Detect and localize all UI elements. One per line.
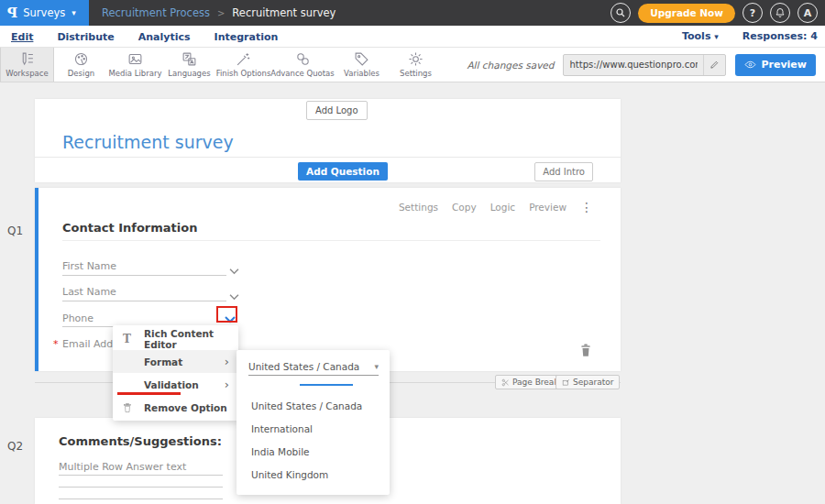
media-library-icon bbox=[127, 51, 143, 67]
bell-icon bbox=[775, 7, 786, 18]
tab-edit[interactable]: Edit bbox=[9, 27, 35, 46]
avatar[interactable]: A bbox=[798, 3, 818, 23]
survey-title[interactable]: Recruitment survey bbox=[62, 132, 234, 152]
variables-icon bbox=[354, 51, 369, 67]
add-question-button[interactable]: Add Question bbox=[298, 162, 388, 181]
separator-button[interactable]: Separator bbox=[556, 375, 620, 389]
field-phone[interactable]: Phone bbox=[62, 312, 94, 324]
question-number-q1: Q1 bbox=[7, 225, 23, 237]
surveys-menu[interactable]: P Surveys ▾ bbox=[0, 0, 89, 26]
required-marker: * bbox=[53, 338, 59, 350]
more-options-icon[interactable]: ⋮ bbox=[580, 200, 593, 214]
add-logo-button[interactable]: Add Logo bbox=[306, 101, 368, 120]
menu-item-rich-content-editor[interactable]: T Rich Content Editor bbox=[113, 327, 238, 350]
menu-item-validation[interactable]: Validation › bbox=[113, 373, 238, 396]
product-name: Surveys bbox=[23, 6, 65, 19]
survey-url-input[interactable] bbox=[564, 60, 703, 70]
caret-down-icon: ▾ bbox=[72, 8, 76, 17]
toolbar-item-settings[interactable]: Settings bbox=[389, 48, 443, 82]
breadcrumb-folder[interactable]: Recruitment Process bbox=[102, 6, 210, 19]
question-logic-link[interactable]: Logic bbox=[490, 202, 515, 213]
workspace-icon bbox=[19, 51, 35, 67]
tab-analytics[interactable]: Analytics bbox=[137, 27, 192, 46]
question-actions: Settings Copy Logic Preview ⋮ bbox=[399, 200, 593, 214]
field-first-name[interactable]: First Name bbox=[62, 260, 116, 272]
question-settings-link[interactable]: Settings bbox=[399, 202, 438, 213]
heading-divider bbox=[62, 240, 600, 241]
nav-tabs: Edit Distribute Analytics Integration bbox=[0, 27, 280, 46]
editor-toolbar: Workspace Design Media Library Languages… bbox=[0, 48, 825, 82]
format-option-united-kingdom[interactable]: United Kingdom bbox=[251, 469, 328, 480]
tab-distribute[interactable]: Distribute bbox=[55, 27, 116, 46]
breadcrumb-separator: > bbox=[217, 8, 225, 18]
menu-item-format[interactable]: Format › bbox=[113, 350, 238, 373]
annotation-phone-dropdown-box bbox=[216, 306, 237, 323]
search-button[interactable] bbox=[610, 3, 631, 23]
caret-down-icon: ▾ bbox=[714, 32, 719, 41]
text-format-icon: T bbox=[123, 333, 131, 345]
format-submenu: United States / Canada ▾ United States /… bbox=[236, 350, 390, 495]
finish-options-icon bbox=[236, 51, 251, 67]
toolbar-item-finish-options[interactable]: Finish Options bbox=[216, 48, 270, 82]
trash-icon bbox=[579, 343, 592, 357]
responses-link[interactable]: Responses: 4 bbox=[742, 30, 818, 42]
chevron-down-icon bbox=[228, 293, 240, 301]
toolbar-item-media-library[interactable]: Media Library bbox=[108, 48, 162, 82]
toolbar-item-workspace[interactable]: Workspace bbox=[0, 48, 54, 82]
chevron-right-icon: › bbox=[225, 355, 229, 368]
answer-line bbox=[59, 487, 223, 488]
format-active-indicator bbox=[300, 384, 353, 386]
separator-icon bbox=[562, 378, 570, 387]
trash-icon bbox=[123, 402, 132, 413]
breadcrumb: Recruitment Process > Recruitment survey bbox=[102, 6, 336, 19]
toolbar-item-advance-quotas[interactable]: Advance Quotas bbox=[270, 48, 335, 82]
survey-header-card: Add Logo Recruitment survey Add Question… bbox=[35, 99, 621, 182]
upgrade-now-button[interactable]: Upgrade Now bbox=[638, 4, 735, 23]
menu-item-remove-option[interactable]: Remove Option bbox=[113, 396, 238, 419]
preview-button[interactable]: Preview bbox=[735, 54, 816, 76]
field-underline bbox=[62, 275, 226, 276]
toolbar-right: All changes saved Preview bbox=[467, 48, 825, 82]
toolbar-item-variables[interactable]: Variables bbox=[335, 48, 389, 82]
toolbar-item-languages[interactable]: Languages bbox=[162, 48, 216, 82]
question-copy-link[interactable]: Copy bbox=[452, 202, 477, 213]
field-last-name[interactable]: Last Name bbox=[62, 286, 116, 298]
nav-right: Tools ▾ Responses: 4 bbox=[682, 30, 825, 42]
breadcrumb-survey-name: Recruitment survey bbox=[232, 6, 336, 19]
chevron-down-icon bbox=[228, 268, 240, 275]
multirow-answer-placeholder[interactable]: Multiple Row Answer text bbox=[59, 461, 186, 473]
settings-icon bbox=[408, 51, 424, 67]
question-heading[interactable]: Contact Information bbox=[62, 221, 197, 235]
format-option-india-mobile[interactable]: India Mobile bbox=[251, 446, 310, 457]
edit-url-button[interactable] bbox=[703, 54, 725, 76]
tab-integration[interactable]: Integration bbox=[213, 27, 280, 46]
delete-question-button[interactable] bbox=[579, 343, 592, 361]
survey-button-strip: Add Question Add Intro bbox=[35, 157, 621, 182]
topbar-actions: Upgrade Now ? A bbox=[610, 3, 825, 23]
answer-line bbox=[59, 499, 223, 499]
format-select[interactable]: United States / Canada ▾ bbox=[248, 357, 379, 376]
answer-line bbox=[59, 475, 223, 476]
design-icon bbox=[73, 51, 89, 67]
eye-icon bbox=[744, 59, 756, 71]
nav-bar: Edit Distribute Analytics Integration To… bbox=[0, 26, 825, 48]
add-intro-button[interactable]: Add Intro bbox=[534, 162, 593, 181]
notifications-button[interactable] bbox=[770, 3, 790, 23]
chevron-right-icon: › bbox=[225, 378, 229, 391]
advance-quotas-icon bbox=[295, 51, 311, 67]
tools-menu[interactable]: Tools ▾ bbox=[682, 30, 719, 42]
format-option-international[interactable]: International bbox=[251, 423, 313, 434]
languages-icon bbox=[182, 51, 197, 67]
caret-down-icon: ▾ bbox=[374, 362, 379, 371]
question-number-q2: Q2 bbox=[7, 440, 23, 453]
help-button[interactable]: ? bbox=[742, 3, 763, 23]
field-underline bbox=[62, 301, 226, 301]
search-icon bbox=[615, 7, 626, 18]
question-heading[interactable]: Comments/Suggestions: bbox=[59, 434, 222, 448]
field-dropdown-first-name[interactable] bbox=[228, 261, 240, 279]
format-option-us-canada[interactable]: United States / Canada bbox=[251, 400, 362, 411]
questionpro-logo-icon: P bbox=[7, 5, 17, 21]
toolbar-item-design[interactable]: Design bbox=[54, 48, 108, 82]
field-dropdown-last-name[interactable] bbox=[228, 287, 240, 304]
question-preview-link[interactable]: Preview bbox=[529, 202, 566, 213]
